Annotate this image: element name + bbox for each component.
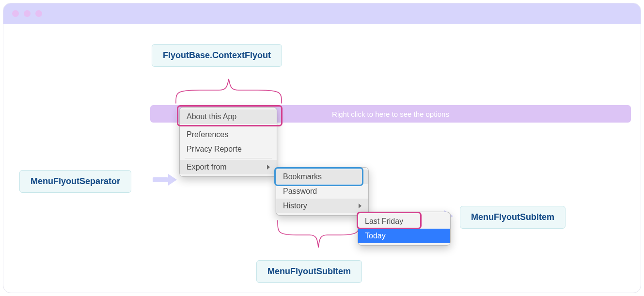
menu-item-bookmarks[interactable]: Bookmarks xyxy=(276,170,368,184)
menu-separator xyxy=(185,158,272,158)
app-window: FlyoutBase.ContextFlyout MenuFlyoutSepar… xyxy=(3,3,641,293)
menu-separator xyxy=(185,125,272,126)
menu-item-password[interactable]: Password xyxy=(276,184,368,199)
menu-item-label: Bookmarks xyxy=(283,172,322,181)
window-dot-min[interactable] xyxy=(24,10,31,17)
menu-item-label: History xyxy=(283,202,307,210)
label-separator: MenuFlyoutSeparator xyxy=(19,170,131,193)
submenu-history: Last Friday Today xyxy=(358,212,451,246)
menu-item-label: Last Friday xyxy=(365,217,403,226)
menu-item-export[interactable]: Export from xyxy=(180,160,277,174)
menu-item-label: About this App xyxy=(187,112,236,121)
menu-item-preferences[interactable]: Preferences xyxy=(180,127,277,142)
window-dot-max[interactable] xyxy=(35,10,42,17)
arrow-separator xyxy=(153,176,177,183)
menu-item-last-friday[interactable]: Last Friday xyxy=(358,214,450,229)
label-contextflyout: FlyoutBase.ContextFlyout xyxy=(152,44,282,67)
menu-item-label: Privacy Reporte xyxy=(187,145,242,154)
label-subitem-right: MenuFlyoutSubItem xyxy=(460,206,565,229)
menu-item-today[interactable]: Today xyxy=(358,229,450,243)
menu-item-label: Today xyxy=(365,232,386,240)
menu-item-privacy[interactable]: Privacy Reporte xyxy=(180,142,277,156)
brace-top xyxy=(173,68,284,106)
diagram-canvas: FlyoutBase.ContextFlyout MenuFlyoutSepar… xyxy=(3,24,641,293)
menu-item-label: Preferences xyxy=(187,130,228,139)
context-menu: About this App Preferences Privacy Repor… xyxy=(179,107,277,177)
submenu-export: Bookmarks Password History xyxy=(276,167,369,216)
menu-item-label: Password xyxy=(283,187,317,196)
chevron-right-icon xyxy=(267,165,270,170)
window-dot-close[interactable] xyxy=(12,10,19,17)
brace-bottom xyxy=(275,218,362,260)
context-bar-text: Right click to here to see the options xyxy=(332,110,449,118)
titlebar xyxy=(3,3,641,24)
label-subitem-bottom: MenuFlyoutSubItem xyxy=(256,260,362,283)
chevron-right-icon xyxy=(359,203,361,208)
menu-item-about[interactable]: About this App xyxy=(180,109,277,124)
menu-item-label: Export from xyxy=(187,163,227,171)
menu-item-history[interactable]: History xyxy=(276,199,368,213)
